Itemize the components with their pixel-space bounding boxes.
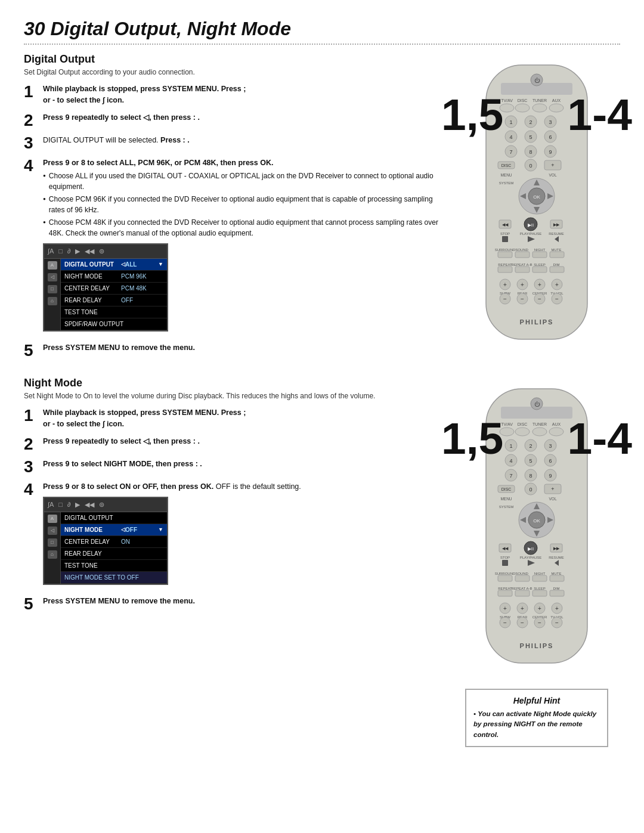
step-item: 3 Press 9 to select NIGHT MODE, then pre… [24,459,441,475]
svg-text:PHILIPS: PHILIPS [520,642,554,649]
svg-text:AUX: AUX [552,422,561,426]
svg-text:9: 9 [549,149,552,155]
svg-text:SYSTEM: SYSTEM [499,181,514,185]
osd-toolbar-icon: ▶ [75,500,80,510]
svg-text:DISC: DISC [518,98,528,103]
step-text: Press 9 or 8 to select ON or OFF, then p… [43,482,213,491]
svg-text:VOL: VOL [549,173,556,177]
osd-sidebar-icon: ⌂ [48,550,57,559]
step-content: While playback is stopped, press SYSTEM … [43,407,246,430]
svg-text:▶II: ▶II [528,222,534,228]
svg-text:1: 1 [509,443,512,449]
step-content: Press 9 repeatedly to select ◁, then pre… [43,436,200,447]
svg-text:▶II: ▶II [528,546,534,552]
svg-text:MUTE: MUTE [552,248,562,252]
night-mode-content: Night Mode Set Night Mode to On to level… [24,377,441,747]
svg-text:+: + [503,605,507,612]
svg-text:◀◀: ◀◀ [502,222,509,227]
step-text: Press 9 repeatedly to select ◁, then pre… [43,113,200,122]
osd-toolbar-icon: ⊚ [99,246,104,256]
svg-text:+: + [555,605,559,612]
osd-row: CENTER DELAY ON [61,536,167,548]
bullet-item: Choose ALL if you used the DIGITAL OUT -… [43,171,441,192]
svg-text:DISC: DISC [501,163,512,168]
svg-rect-157 [498,575,512,581]
svg-text:PHILIPS: PHILIPS [520,318,554,326]
step-text: While playback is stopped, press SYSTEM … [43,408,246,417]
osd-content: DIGITAL OUTPUT NIGHT MODE ◁ OFF ▼ [61,512,167,584]
osd-toolbar-icon: ∂ [67,246,70,256]
svg-text:9: 9 [549,473,552,479]
osd-label: REAR DELAY [64,549,121,558]
svg-text:OK: OK [533,518,540,524]
osd-row: NIGHT MODE ◁ OFF ▼ [61,524,167,536]
step-item: 4 Press 9 or 8 to select ON or OFF, then… [24,481,441,590]
osd-row: TEST TONE [61,560,167,572]
svg-text:DISC: DISC [501,487,512,491]
svg-text:−: − [538,620,541,626]
svg-text:0: 0 [529,163,532,169]
night-mode-section: Night Mode Set Night Mode to On to level… [24,377,620,747]
svg-text:4: 4 [509,134,512,140]
step-item: 1 While playback is stopped, press SYSTE… [24,83,441,106]
svg-text:DIM: DIM [553,587,560,590]
svg-text:◀◀: ◀◀ [502,546,509,550]
big-number-14: 1-4 [568,89,632,140]
svg-text:REPEAT: REPEAT [498,263,512,267]
bullet-list: Choose ALL if you used the DIGITAL OUT -… [43,171,441,239]
svg-text:+: + [538,605,541,612]
osd-row: REAR DELAY [61,548,167,560]
digital-output-section: Digital Output Set Digital Output accord… [24,53,620,359]
osd-value: ALL [125,260,158,269]
svg-text:TUNER: TUNER [532,422,547,426]
step-number: 1 [24,407,37,424]
svg-text:STOP: STOP [500,232,510,236]
osd-value: PCM 48K [121,284,163,293]
svg-point-106 [549,428,564,436]
svg-text:DISC: DISC [518,422,528,426]
osd-sidebar-icon: A [48,515,57,523]
osd-value: ON [121,537,163,546]
svg-text:AUX: AUX [552,98,561,103]
osd-label: DIGITAL OUTPUT [64,260,121,269]
svg-text:8: 8 [529,473,532,479]
svg-text:▶▶: ▶▶ [553,546,560,550]
svg-text:7: 7 [509,149,512,155]
digital-output-steps: 1 While playback is stopped, press SYSTE… [24,83,441,336]
digital-output-subtext: Set Digital Output according to your aud… [24,68,441,76]
svg-text:8: 8 [529,149,532,155]
svg-text:SLEEP: SLEEP [534,587,545,590]
svg-rect-71 [515,267,530,272]
osd-arrow: ◁ [121,526,125,534]
night-mode-heading: Night Mode [24,377,441,389]
svg-text:SYSTEM: SYSTEM [499,505,514,509]
osd-row: SPDIF/RAW OUTPUT [61,318,167,330]
osd-value: PCM 96K [121,272,163,281]
osd-arrow: ▼ [158,526,163,534]
osd-toolbar-icon: ∫A [48,246,54,256]
osd-row: DIGITAL OUTPUT ◁ ALL ▼ [61,259,167,271]
step-text: Press 9 repeatedly to select ◁, then pre… [43,437,200,445]
svg-text:0: 0 [529,487,532,493]
svg-text:+: + [551,486,554,492]
osd-sidebar-icon: ◁ [48,527,57,535]
svg-text:SURROUND: SURROUND [495,248,516,252]
svg-text:+: + [521,281,524,288]
svg-text:⏻: ⏻ [534,401,540,407]
osd-toolbar-icon: ∂ [67,500,70,510]
helpful-hint-title: Helpful Hint [473,696,600,705]
svg-text:PLAY/PAUSE: PLAY/PAUSE [520,232,541,236]
step-content: Press SYSTEM MENU to remove the menu. [43,596,195,607]
svg-rect-64 [532,252,547,258]
svg-text:7: 7 [509,473,512,479]
svg-text:−: − [555,296,559,302]
osd-label: DIGITAL OUTPUT [64,513,121,522]
step-item: 3 DIGITAL OUTPUT will be selected. Press… [24,135,441,151]
svg-text:−: − [503,296,507,302]
svg-text:2: 2 [529,443,532,449]
osd-menu-night: ∫A □ ∂ ▶ ◀◀ ⊚ A ◁ □ ⌂ [43,497,168,585]
svg-rect-159 [532,575,547,581]
osd-sidebar: A ◁ □ ⌂ [44,512,61,584]
svg-text:+: + [521,605,524,612]
step-text-2: or - to select the ∫ icon. [43,96,124,104]
